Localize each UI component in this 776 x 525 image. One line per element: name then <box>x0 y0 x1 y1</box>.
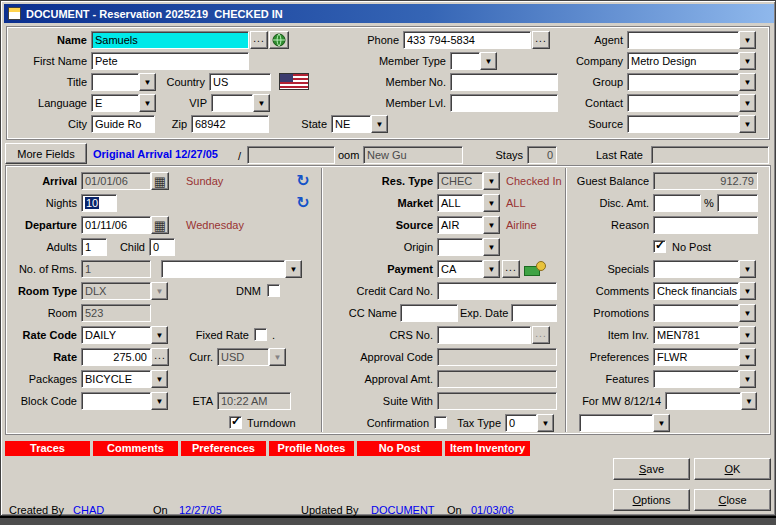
rate-code-dropdown-button[interactable]: ▼ <box>151 326 168 344</box>
market-dropdown-button[interactable]: ▼ <box>483 194 500 212</box>
departure-calendar-button[interactable]: ▦ <box>151 216 169 234</box>
no-post-button[interactable]: No Post <box>357 441 442 456</box>
specials-dropdown-button[interactable]: ▼ <box>739 260 756 278</box>
rooms-combo-input[interactable] <box>161 260 285 278</box>
departure-input[interactable]: 01/11/06 <box>81 216 151 234</box>
language-input[interactable]: E <box>91 94 139 112</box>
no-post-checkbox[interactable] <box>653 240 666 253</box>
agent-input[interactable] <box>627 31 739 49</box>
reason-input[interactable] <box>653 216 758 234</box>
fixed-rate-checkbox[interactable] <box>254 328 267 341</box>
comments-input[interactable]: Check financials <box>653 282 739 300</box>
child-input[interactable]: 0 <box>149 238 175 256</box>
packages-dropdown-button[interactable]: ▼ <box>151 370 168 388</box>
member-no-input[interactable] <box>450 73 558 91</box>
agent-dropdown-button[interactable]: ▼ <box>739 31 756 49</box>
disc-amt-input[interactable] <box>653 194 701 212</box>
item-inv-dropdown-button[interactable]: ▼ <box>739 326 756 344</box>
payment-input[interactable]: CA <box>437 260 483 278</box>
tax-type-dropdown-button[interactable]: ▼ <box>537 414 554 432</box>
comments-button[interactable]: Comments <box>93 441 178 456</box>
city-input[interactable]: Guide Ro <box>91 115 155 133</box>
features-input[interactable] <box>653 370 739 388</box>
tax-type-input[interactable]: 0 <box>505 414 537 432</box>
options-button[interactable]: Options <box>613 489 690 511</box>
profile-globe-button[interactable] <box>269 31 289 49</box>
origin-dropdown-button[interactable]: ▼ <box>483 238 500 256</box>
exp-date-input[interactable] <box>511 304 557 322</box>
confirmation-checkbox[interactable] <box>434 416 447 429</box>
comments-dropdown-button[interactable]: ▼ <box>739 282 756 300</box>
promotions-input[interactable] <box>653 304 739 322</box>
refresh-nights-icon[interactable]: ↻ <box>293 193 313 213</box>
dnm-checkbox[interactable] <box>267 284 280 297</box>
ok-button[interactable]: OK <box>694 458 771 480</box>
extra-combo-input[interactable] <box>579 414 653 432</box>
member-type-input[interactable] <box>450 52 480 70</box>
market-input[interactable]: ALL <box>437 194 483 212</box>
save-button[interactable]: Save <box>613 458 690 480</box>
res-type-dropdown-button[interactable]: ▼ <box>483 172 500 190</box>
adults-input[interactable]: 1 <box>81 238 107 256</box>
packages-input[interactable]: BICYCLE <box>81 370 151 388</box>
payment-dropdown-button[interactable]: ▼ <box>483 260 500 278</box>
source-dropdown-button[interactable]: ▼ <box>739 115 756 133</box>
block-code-dropdown-button[interactable]: ▼ <box>151 392 168 410</box>
refresh-rate-icon[interactable]: ↻ <box>293 171 313 191</box>
state-input[interactable]: NE <box>331 115 371 133</box>
zip-input[interactable]: 68942 <box>191 115 269 133</box>
profile-notes-button[interactable]: Profile Notes <box>269 441 354 456</box>
features-dropdown-button[interactable]: ▼ <box>739 370 756 388</box>
language-dropdown-button[interactable]: ▼ <box>139 94 156 112</box>
name-input[interactable]: Samuels <box>91 31 249 49</box>
specials-input[interactable] <box>653 260 739 278</box>
vip-dropdown-button[interactable]: ▼ <box>253 94 270 112</box>
for-mw-dropdown-button[interactable]: ▼ <box>741 392 757 410</box>
source-input[interactable] <box>627 115 739 133</box>
preferences-button[interactable]: Preferences <box>181 441 266 456</box>
title-dropdown-button[interactable]: ▼ <box>139 73 156 91</box>
group-input[interactable] <box>627 73 739 91</box>
cc-name-input[interactable] <box>400 304 458 322</box>
preferences-dropdown-button[interactable]: ▼ <box>739 348 756 366</box>
booking-source-dropdown-button[interactable]: ▼ <box>483 216 500 234</box>
crs-no-input[interactable] <box>437 326 531 344</box>
name-lookup-button[interactable]: ... <box>250 31 268 49</box>
contact-input[interactable] <box>627 94 739 112</box>
member-lvl-input[interactable] <box>450 94 558 112</box>
company-input[interactable]: Metro Design <box>627 52 739 70</box>
state-dropdown-button[interactable]: ▼ <box>371 115 388 133</box>
rate-input[interactable]: 275.00 <box>81 348 151 366</box>
traces-button[interactable]: Traces <box>5 441 90 456</box>
item-inventory-button[interactable]: Item Inventory <box>445 441 530 456</box>
phone-lookup-button[interactable]: ... <box>532 31 550 49</box>
country-input[interactable]: US <box>209 73 271 91</box>
group-dropdown-button[interactable]: ▼ <box>739 73 756 91</box>
original-arrival-link[interactable]: Original Arrival 12/27/05 <box>93 145 243 163</box>
contact-dropdown-button[interactable]: ▼ <box>739 94 756 112</box>
company-dropdown-button[interactable]: ▼ <box>739 52 756 70</box>
nights-input[interactable]: 10 <box>81 194 117 212</box>
preferences-input[interactable]: FLWR <box>653 348 739 366</box>
block-code-input[interactable] <box>81 392 151 410</box>
for-mw-input[interactable] <box>665 392 741 410</box>
title-input[interactable] <box>91 73 139 91</box>
credit-card-no-input[interactable] <box>437 282 557 300</box>
phone-input[interactable]: 433 794-5834 <box>403 31 531 49</box>
item-inv-input[interactable]: MEN781 <box>653 326 739 344</box>
booking-source-input[interactable]: AIR <box>437 216 483 234</box>
rate-lookup-button[interactable]: ... <box>151 348 169 366</box>
extra-combo-dropdown-button[interactable]: ▼ <box>653 414 670 432</box>
payment-lookup-button[interactable]: ... <box>502 260 520 278</box>
first-name-input[interactable]: Pete <box>91 52 249 70</box>
turndown-checkbox[interactable] <box>229 416 242 429</box>
promotions-dropdown-button[interactable]: ▼ <box>739 304 756 322</box>
vip-input[interactable] <box>211 94 253 112</box>
rooms-combo-dropdown-button[interactable]: ▼ <box>285 260 302 278</box>
origin-input[interactable] <box>437 238 483 256</box>
rate-code-input[interactable]: DAILY <box>81 326 151 344</box>
member-type-dropdown-button[interactable]: ▼ <box>480 52 497 70</box>
arrival-calendar-button[interactable]: ▦ <box>151 172 169 190</box>
close-button[interactable]: Close <box>694 489 771 511</box>
more-fields-button[interactable]: More Fields <box>5 143 87 164</box>
